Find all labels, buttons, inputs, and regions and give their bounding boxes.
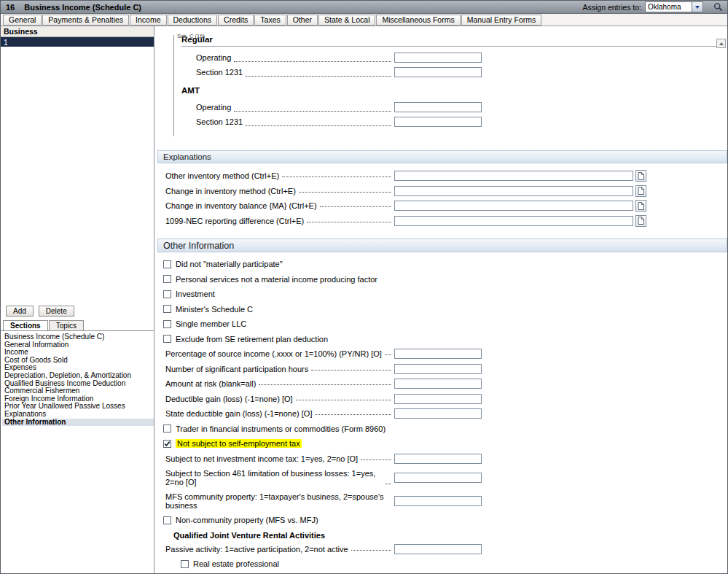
dotted-leader — [311, 370, 391, 371]
business-list: 1 — [1, 37, 154, 47]
subsection-heading: Regular — [181, 35, 725, 47]
field-input[interactable] — [394, 186, 633, 196]
subsection-heading: AMT — [181, 86, 725, 97]
checkbox[interactable] — [163, 516, 171, 524]
field-input[interactable] — [394, 67, 482, 77]
sidebar-tabs: SectionsTopics — [1, 318, 154, 331]
checkbox-label: Did not "materially participate" — [176, 260, 283, 268]
checkbox[interactable] — [163, 335, 171, 343]
field-label: Other inventory method (Ctrl+E) — [165, 171, 279, 180]
form-tab-income[interactable]: Income — [130, 15, 166, 26]
section-list-item[interactable]: Explanations — [2, 411, 154, 419]
field-row: Passive activity: 1=active participation… — [165, 542, 727, 557]
assign-entries-label: Assign entries to: — [582, 3, 641, 12]
form-tab-taxes[interactable]: Taxes — [254, 15, 286, 26]
form-row: Section 1231 — [196, 65, 482, 79]
scrollbar-up-button[interactable] — [716, 39, 726, 48]
chevron-down-icon[interactable] — [692, 2, 702, 12]
dotted-leader — [296, 400, 391, 400]
checkbox-row: Trader in financial instruments or commo… — [163, 422, 727, 437]
section-list-item[interactable]: Business Income (Schedule C) — [2, 333, 154, 341]
form-tab-bar: GeneralPayments & PenaltiesIncomeDeducti… — [1, 14, 727, 26]
field-input[interactable] — [394, 379, 482, 389]
field-input[interactable] — [394, 364, 482, 374]
form-tab-state-local[interactable]: State & Local — [318, 15, 375, 26]
qjv-heading: Qualified Joint Venture Rental Activitie… — [173, 531, 727, 540]
checkbox[interactable] — [163, 320, 171, 328]
form-tab-general[interactable]: General — [3, 15, 42, 26]
field-input[interactable] — [394, 408, 482, 419]
checkbox[interactable] — [163, 290, 171, 298]
sidebar-spacer — [1, 47, 154, 304]
checkbox-row: Real estate professional — [181, 556, 727, 572]
dotted-leader — [351, 550, 391, 551]
field-label-group: Subject to net investment income tax: 1=… — [165, 454, 394, 463]
checkbox-label: Not subject to self-employment tax — [176, 439, 302, 448]
section-list-item[interactable]: Other Information — [2, 419, 154, 427]
field-label-group: Percentage of source income (.xxxx or 1=… — [165, 349, 394, 358]
expand-entry-button[interactable] — [635, 170, 646, 182]
field-label: 1099-NEC reporting difference (Ctrl+E) — [165, 217, 304, 225]
explanations-header: Explanations — [157, 150, 727, 163]
checkbox[interactable] — [163, 440, 171, 448]
dotted-leader — [315, 414, 391, 415]
field-input[interactable] — [394, 117, 482, 127]
field-label-group: Other inventory method (Ctrl+E) — [165, 171, 394, 180]
field-input[interactable] — [394, 201, 633, 211]
field-label: Change in inventory balance {MA} (Ctrl+E… — [165, 201, 317, 210]
sidebar-buttons: Add Delete — [1, 304, 154, 318]
field-label-group: Passive activity: 1=active participation… — [165, 545, 394, 554]
dotted-leader — [361, 459, 391, 460]
field-label-group: Amount at risk (blank=all) — [165, 379, 394, 388]
sidebar-tab-sections[interactable]: Sections — [3, 320, 48, 330]
form-tab-manual-entry-forms[interactable]: Manual Entry Forms — [461, 15, 542, 26]
field-label: Section 1231 — [196, 68, 243, 77]
field-input[interactable] — [394, 544, 482, 554]
field-input[interactable] — [394, 496, 482, 506]
assign-entries-dropdown[interactable]: Oklahoma — [645, 1, 703, 12]
form-row: Change in inventory balance {MA} (Ctrl+E… — [165, 198, 727, 214]
checkbox[interactable] — [163, 260, 171, 268]
explanations-rows: Other inventory method (Ctrl+E)Change in… — [157, 163, 727, 230]
field-input[interactable] — [394, 171, 633, 181]
other-information-heading: Other Information — [163, 241, 234, 251]
checkbox[interactable] — [163, 305, 171, 313]
form-tab-other[interactable]: Other — [287, 15, 318, 26]
search-icon[interactable] — [712, 2, 724, 12]
sidebar-tab-topics[interactable]: Topics — [49, 320, 84, 330]
dotted-leader — [234, 61, 391, 62]
form-content: Sch. C (16) RegularOperatingSection 1231… — [155, 26, 727, 573]
add-button[interactable]: Add — [6, 306, 34, 317]
checkbox[interactable] — [181, 560, 189, 568]
section-list-item[interactable]: Depreciation, Depletion, & Amortization — [2, 372, 154, 380]
sidebar: Business 1 Add Delete SectionsTopics Bus… — [1, 26, 154, 573]
field-row: Subject to Section 461 limitation of bus… — [165, 466, 727, 489]
field-input[interactable] — [394, 53, 482, 63]
field-input[interactable] — [394, 216, 633, 226]
checkbox-label: Investment — [176, 290, 215, 298]
other-info-rows: Did not "materially participate"Personal… — [157, 252, 727, 572]
field-input[interactable] — [394, 349, 482, 359]
delete-button[interactable]: Delete — [39, 306, 74, 317]
form-tab-miscellaneous-forms[interactable]: Miscellaneous Forms — [376, 15, 460, 26]
field-input[interactable] — [394, 454, 482, 464]
business-list-item[interactable]: 1 — [1, 37, 154, 47]
expand-entry-button[interactable] — [635, 185, 646, 197]
field-input[interactable] — [394, 102, 482, 112]
form-row: Operating — [196, 100, 482, 115]
form-tab-payments-penalties[interactable]: Payments & Penalties — [42, 15, 129, 26]
checkbox-label: Exclude from SE retirement plan deductio… — [176, 335, 328, 344]
section-list: Business Income (Schedule C)General Info… — [1, 331, 154, 426]
checkbox[interactable] — [163, 424, 171, 433]
form-tab-credits[interactable]: Credits — [218, 15, 254, 26]
field-input[interactable] — [394, 394, 482, 404]
form-tab-deductions[interactable]: Deductions — [168, 15, 218, 26]
checkbox[interactable] — [163, 275, 171, 283]
field-label: State deductible gain (loss) (-1=none) [… — [165, 409, 312, 418]
field-label: Percentage of source income (.xxxx or 1=… — [165, 349, 382, 358]
field-row: State deductible gain (loss) (-1=none) [… — [165, 406, 727, 422]
expand-entry-button[interactable] — [635, 200, 646, 212]
expand-entry-button[interactable] — [635, 215, 646, 227]
field-input[interactable] — [394, 473, 482, 483]
field-label-group: State deductible gain (loss) (-1=none) [… — [165, 409, 394, 418]
